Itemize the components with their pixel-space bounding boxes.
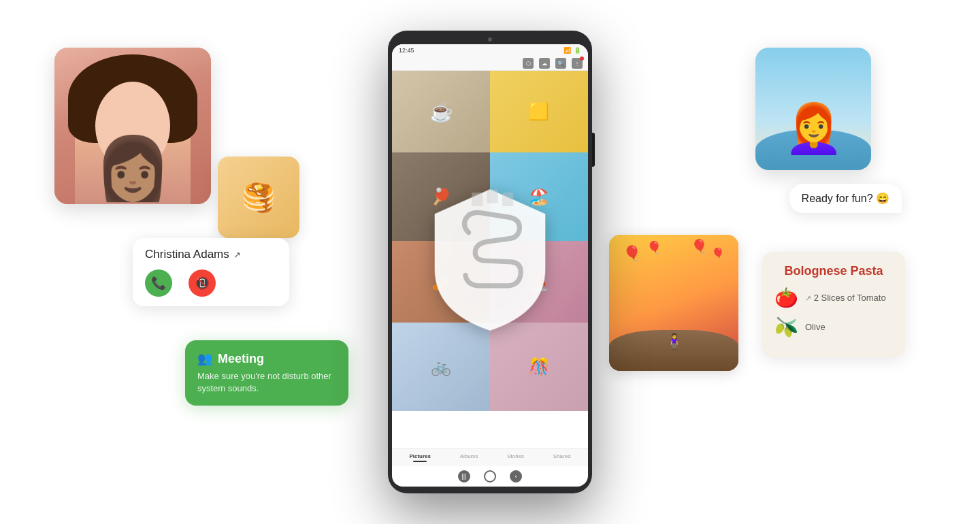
toolbar: ⬡ ☁ 🔍 ⋮	[392, 56, 588, 71]
accept-call-button[interactable]: 📞	[145, 269, 172, 297]
tab-albums[interactable]: Albums	[460, 453, 478, 462]
time-display: 12:45	[399, 47, 414, 54]
shield-overlay	[429, 182, 551, 331]
call-card: Christina Adams ↗ 📞 📵	[133, 238, 289, 306]
cloud-icon[interactable]: ☁	[539, 58, 550, 69]
photo-grid	[392, 71, 588, 448]
tablet-screen: 12:45 📶 🔋 ⬡ ☁ 🔍 ⋮	[392, 44, 588, 487]
photo-cell-8[interactable]	[490, 323, 588, 411]
tablet: 12:45 📶 🔋 ⬡ ☁ 🔍 ⋮	[388, 31, 592, 493]
nav-bar: ||| ○ ‹	[392, 466, 588, 487]
tab-stories[interactable]: Stories	[507, 453, 524, 462]
hot-air-balloon-card: 🧍‍♀️ 🎈 🎈 🎈 🎈	[609, 235, 738, 371]
recent-apps-button[interactable]: |||	[458, 470, 470, 482]
tomato-icon: 🍅	[774, 286, 798, 309]
home-button[interactable]: ○	[484, 470, 496, 482]
back-button[interactable]: ‹	[510, 470, 522, 482]
pancakes-photo: 🥞	[218, 157, 299, 238]
recipe-item-tomato: 🍅 ↗ 2 Slices of Tomato	[774, 286, 893, 309]
photo-cell-7[interactable]	[392, 323, 490, 411]
wifi-icon: 📶	[564, 47, 571, 54]
tab-bar: Pictures Albums Stories Shared	[392, 448, 588, 466]
olive-icon: 🫒	[774, 316, 798, 338]
meeting-description: Make sure you're not disturb other syste…	[197, 370, 336, 395]
tablet-power-button[interactable]	[592, 133, 595, 167]
tablet-camera	[488, 37, 492, 42]
selfie-photo: 👩🏽	[54, 48, 211, 204]
meeting-title: 👥 Meeting	[197, 351, 336, 366]
olive-label: Olive	[805, 322, 826, 332]
caller-name: Christina Adams ↗	[145, 248, 277, 261]
svg-rect-0	[472, 193, 483, 206]
status-bar: 12:45 📶 🔋	[392, 44, 588, 56]
photo-cell-1[interactable]	[392, 71, 490, 152]
beach-photo: 👩‍🦰	[755, 48, 871, 170]
tab-pictures[interactable]: Pictures	[409, 453, 431, 462]
call-actions: 📞 📵	[145, 269, 277, 297]
meeting-card: 👥 Meeting Make sure you're not disturb o…	[185, 340, 348, 406]
recipe-item-olive: 🫒 Olive	[774, 316, 893, 338]
tab-shared[interactable]: Shared	[553, 453, 571, 462]
meeting-icon: 👥	[197, 351, 212, 366]
link-icon: ↗	[233, 250, 241, 260]
cast-icon[interactable]: ⬡	[523, 58, 534, 69]
more-options-icon[interactable]: ⋮	[572, 58, 583, 69]
recipe-card: Bolognese Pasta 🍅 ↗ 2 Slices of Tomato 🫒…	[762, 252, 905, 357]
message-bubble: Ready for fun? 😄	[789, 184, 902, 213]
battery-icon: 🔋	[574, 47, 581, 54]
svg-rect-2	[502, 193, 513, 206]
photo-cell-2[interactable]	[490, 71, 588, 152]
recipe-title: Bolognese Pasta	[774, 264, 893, 278]
search-icon[interactable]: 🔍	[555, 58, 566, 69]
tomato-label: 2 Slices of Tomato	[814, 293, 886, 303]
tab-active-indicator	[413, 461, 427, 462]
decline-call-button[interactable]: 📵	[189, 269, 216, 297]
svg-rect-1	[487, 189, 498, 203]
